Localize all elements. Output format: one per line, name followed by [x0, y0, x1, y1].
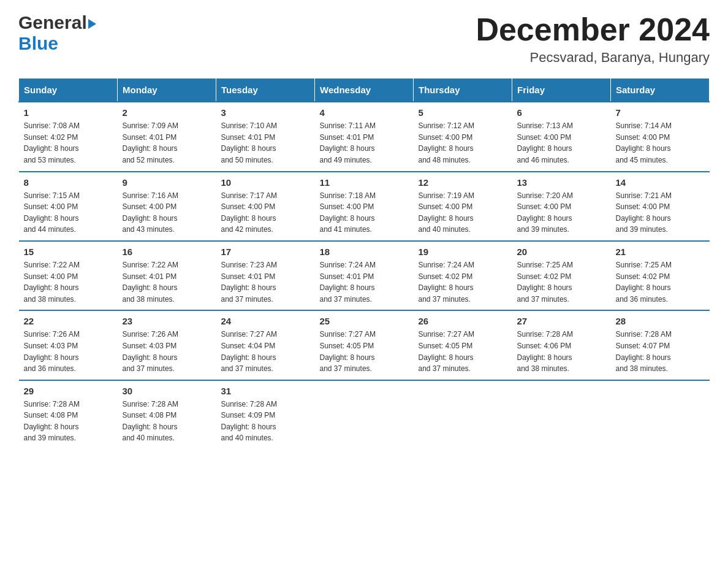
day-number: 22 — [24, 316, 113, 326]
calendar-table: SundayMondayTuesdayWednesdayThursdayFrid… — [18, 78, 710, 449]
day-info: Sunrise: 7:18 AM Sunset: 4:00 PM Dayligh… — [320, 190, 409, 236]
calendar-cell: 23 Sunrise: 7:26 AM Sunset: 4:03 PM Dayl… — [118, 310, 216, 380]
day-info: Sunrise: 7:14 AM Sunset: 4:00 PM Dayligh… — [616, 120, 705, 166]
calendar-cell: 28 Sunrise: 7:28 AM Sunset: 4:07 PM Dayl… — [611, 310, 710, 380]
calendar-cell: 8 Sunrise: 7:15 AM Sunset: 4:00 PM Dayli… — [19, 172, 118, 241]
day-number: 10 — [221, 177, 310, 188]
day-number: 9 — [123, 177, 211, 188]
day-info: Sunrise: 7:28 AM Sunset: 4:06 PM Dayligh… — [517, 329, 606, 374]
day-info: Sunrise: 7:22 AM Sunset: 4:01 PM Dayligh… — [123, 259, 211, 305]
weekday-header-friday: Friday — [512, 79, 611, 102]
day-number: 12 — [419, 177, 507, 188]
day-info: Sunrise: 7:27 AM Sunset: 4:05 PM Dayligh… — [419, 329, 507, 374]
calendar-cell: 21 Sunrise: 7:25 AM Sunset: 4:02 PM Dayl… — [611, 241, 710, 310]
calendar-cell: 30 Sunrise: 7:28 AM Sunset: 4:08 PM Dayl… — [118, 380, 216, 449]
day-info: Sunrise: 7:09 AM Sunset: 4:01 PM Dayligh… — [123, 120, 211, 166]
weekday-header-thursday: Thursday — [414, 79, 512, 102]
calendar-cell: 20 Sunrise: 7:25 AM Sunset: 4:02 PM Dayl… — [512, 241, 611, 310]
day-number: 19 — [419, 247, 507, 257]
day-info: Sunrise: 7:11 AM Sunset: 4:01 PM Dayligh… — [320, 120, 409, 166]
calendar-week-row: 1 Sunrise: 7:08 AM Sunset: 4:02 PM Dayli… — [19, 102, 710, 171]
day-info: Sunrise: 7:26 AM Sunset: 4:03 PM Dayligh… — [24, 329, 113, 374]
calendar-cell: 16 Sunrise: 7:22 AM Sunset: 4:01 PM Dayl… — [118, 241, 216, 310]
weekday-header-wednesday: Wednesday — [315, 79, 414, 102]
calendar-cell — [414, 380, 512, 449]
day-number: 13 — [517, 177, 606, 188]
day-info: Sunrise: 7:25 AM Sunset: 4:02 PM Dayligh… — [616, 259, 705, 305]
logo-arrow-icon — [88, 19, 96, 29]
day-number: 11 — [320, 177, 409, 188]
calendar-cell: 17 Sunrise: 7:23 AM Sunset: 4:01 PM Dayl… — [216, 241, 315, 310]
day-number: 25 — [320, 316, 409, 326]
calendar-cell — [512, 380, 611, 449]
calendar-week-row: 8 Sunrise: 7:15 AM Sunset: 4:00 PM Dayli… — [19, 172, 710, 241]
calendar-week-row: 15 Sunrise: 7:22 AM Sunset: 4:00 PM Dayl… — [19, 241, 710, 310]
calendar-cell: 15 Sunrise: 7:22 AM Sunset: 4:00 PM Dayl… — [19, 241, 118, 310]
day-info: Sunrise: 7:20 AM Sunset: 4:00 PM Dayligh… — [517, 190, 606, 236]
calendar-cell: 26 Sunrise: 7:27 AM Sunset: 4:05 PM Dayl… — [414, 310, 512, 380]
day-info: Sunrise: 7:24 AM Sunset: 4:01 PM Dayligh… — [320, 259, 409, 305]
day-number: 1 — [24, 107, 113, 118]
calendar-cell — [611, 380, 710, 449]
day-number: 30 — [123, 386, 211, 396]
weekday-header-tuesday: Tuesday — [216, 79, 315, 102]
calendar-cell: 10 Sunrise: 7:17 AM Sunset: 4:00 PM Dayl… — [216, 172, 315, 241]
day-info: Sunrise: 7:22 AM Sunset: 4:00 PM Dayligh… — [24, 259, 113, 305]
calendar-cell: 12 Sunrise: 7:19 AM Sunset: 4:00 PM Dayl… — [414, 172, 512, 241]
calendar-cell: 9 Sunrise: 7:16 AM Sunset: 4:00 PM Dayli… — [118, 172, 216, 241]
day-info: Sunrise: 7:21 AM Sunset: 4:00 PM Dayligh… — [616, 190, 705, 236]
day-info: Sunrise: 7:15 AM Sunset: 4:00 PM Dayligh… — [24, 190, 113, 236]
day-number: 26 — [419, 316, 507, 326]
day-number: 27 — [517, 316, 606, 326]
calendar-cell: 4 Sunrise: 7:11 AM Sunset: 4:01 PM Dayli… — [315, 102, 414, 171]
day-number: 2 — [123, 107, 211, 118]
logo: General Blue — [18, 12, 96, 54]
day-number: 31 — [221, 386, 310, 396]
calendar-cell: 13 Sunrise: 7:20 AM Sunset: 4:00 PM Dayl… — [512, 172, 611, 241]
day-info: Sunrise: 7:10 AM Sunset: 4:01 PM Dayligh… — [221, 120, 310, 166]
calendar-cell: 6 Sunrise: 7:13 AM Sunset: 4:00 PM Dayli… — [512, 102, 611, 171]
day-info: Sunrise: 7:08 AM Sunset: 4:02 PM Dayligh… — [24, 120, 113, 166]
page-header: General Blue December 2024 Pecsvarad, Ba… — [18, 12, 710, 66]
day-number: 18 — [320, 247, 409, 257]
calendar-cell — [315, 380, 414, 449]
day-info: Sunrise: 7:28 AM Sunset: 4:07 PM Dayligh… — [616, 329, 705, 374]
day-info: Sunrise: 7:27 AM Sunset: 4:04 PM Dayligh… — [221, 329, 310, 374]
weekday-header-monday: Monday — [118, 79, 216, 102]
day-info: Sunrise: 7:28 AM Sunset: 4:08 PM Dayligh… — [24, 399, 113, 444]
day-number: 29 — [24, 386, 113, 396]
day-number: 6 — [517, 107, 606, 118]
calendar-cell: 29 Sunrise: 7:28 AM Sunset: 4:08 PM Dayl… — [19, 380, 118, 449]
day-number: 5 — [419, 107, 507, 118]
weekday-header-sunday: Sunday — [19, 79, 118, 102]
day-info: Sunrise: 7:28 AM Sunset: 4:08 PM Dayligh… — [123, 399, 211, 444]
day-info: Sunrise: 7:16 AM Sunset: 4:00 PM Dayligh… — [123, 190, 211, 236]
day-info: Sunrise: 7:27 AM Sunset: 4:05 PM Dayligh… — [320, 329, 409, 374]
day-info: Sunrise: 7:12 AM Sunset: 4:00 PM Dayligh… — [419, 120, 507, 166]
day-number: 24 — [221, 316, 310, 326]
day-number: 23 — [123, 316, 211, 326]
day-info: Sunrise: 7:23 AM Sunset: 4:01 PM Dayligh… — [221, 259, 310, 305]
calendar-cell: 31 Sunrise: 7:28 AM Sunset: 4:09 PM Dayl… — [216, 380, 315, 449]
day-number: 20 — [517, 247, 606, 257]
calendar-header-row: SundayMondayTuesdayWednesdayThursdayFrid… — [19, 79, 710, 102]
day-number: 4 — [320, 107, 409, 118]
calendar-cell: 27 Sunrise: 7:28 AM Sunset: 4:06 PM Dayl… — [512, 310, 611, 380]
location-title: Pecsvarad, Baranya, Hungary — [476, 50, 710, 66]
day-info: Sunrise: 7:28 AM Sunset: 4:09 PM Dayligh… — [221, 399, 310, 444]
calendar-cell: 14 Sunrise: 7:21 AM Sunset: 4:00 PM Dayl… — [611, 172, 710, 241]
weekday-header-saturday: Saturday — [611, 79, 710, 102]
calendar-cell: 19 Sunrise: 7:24 AM Sunset: 4:02 PM Dayl… — [414, 241, 512, 310]
calendar-week-row: 22 Sunrise: 7:26 AM Sunset: 4:03 PM Dayl… — [19, 310, 710, 380]
calendar-cell: 11 Sunrise: 7:18 AM Sunset: 4:00 PM Dayl… — [315, 172, 414, 241]
day-info: Sunrise: 7:19 AM Sunset: 4:00 PM Dayligh… — [419, 190, 507, 236]
day-number: 8 — [24, 177, 113, 188]
day-number: 21 — [616, 247, 705, 257]
day-info: Sunrise: 7:25 AM Sunset: 4:02 PM Dayligh… — [517, 259, 606, 305]
day-number: 28 — [616, 316, 705, 326]
calendar-cell: 5 Sunrise: 7:12 AM Sunset: 4:00 PM Dayli… — [414, 102, 512, 171]
calendar-cell: 22 Sunrise: 7:26 AM Sunset: 4:03 PM Dayl… — [19, 310, 118, 380]
day-number: 17 — [221, 247, 310, 257]
day-info: Sunrise: 7:13 AM Sunset: 4:00 PM Dayligh… — [517, 120, 606, 166]
day-info: Sunrise: 7:17 AM Sunset: 4:00 PM Dayligh… — [221, 190, 310, 236]
